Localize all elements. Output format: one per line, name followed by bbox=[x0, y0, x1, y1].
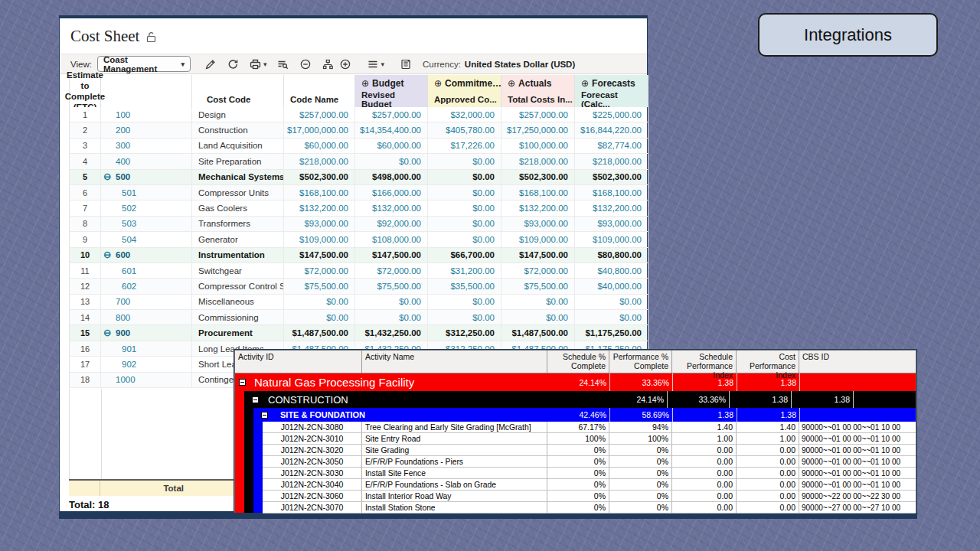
table-row[interactable]: 1 ⊖ 100 Design $257,000.00 $257,000.00 $… bbox=[70, 107, 647, 122]
refresh-icon[interactable] bbox=[227, 58, 239, 70]
schedule-pct: 100% bbox=[547, 433, 609, 445]
row-number: 1 bbox=[70, 107, 101, 122]
chevron-down-icon: ▾ bbox=[181, 60, 185, 68]
header-performance-pct[interactable]: Performance %Complete bbox=[609, 350, 672, 373]
edit-icon[interactable] bbox=[204, 58, 217, 70]
collapse-circle-icon[interactable]: ⊖ bbox=[103, 328, 114, 338]
collapse-box-icon[interactable] bbox=[239, 379, 246, 386]
table-row[interactable]: 9 ⊖ 504 Generator $109,000.00 $108,000.0… bbox=[70, 232, 647, 247]
performance-pct: 0% bbox=[609, 479, 672, 491]
view-select[interactable]: Coast Management ▾ bbox=[97, 56, 191, 72]
header-cpi[interactable]: Cost PerformanceIndex bbox=[737, 350, 799, 373]
etc-cell: $0.00 bbox=[575, 295, 648, 310]
menu-icon[interactable] bbox=[367, 58, 379, 70]
header-revised-budget[interactable]: Revised Budget bbox=[355, 91, 428, 107]
menu-caret[interactable]: ▾ bbox=[381, 60, 384, 68]
table-row[interactable]: 8 ⊖ 503 Transformers $93,000.00 $92,000.… bbox=[70, 217, 647, 232]
sub-wbs-band-row[interactable]: SITE & FOUNDATION 42.46% 58.69% 1.38 1.3… bbox=[253, 408, 916, 422]
table-row[interactable]: 7 ⊖ 502 Gas Coolers $132,200.00 $132,000… bbox=[70, 201, 647, 216]
header-total-costs[interactable]: Total Costs In... bbox=[501, 91, 575, 107]
header-cost-code[interactable]: Cost Code bbox=[192, 91, 284, 107]
cost-code-cell: ⊖ 500 bbox=[101, 170, 192, 185]
code-name-cell: Miscellaneous bbox=[192, 295, 284, 310]
spi-value: 0.00 bbox=[672, 502, 737, 514]
activity-id: J012N-2CN-3030 bbox=[263, 468, 362, 479]
row-number: 12 bbox=[70, 279, 101, 294]
table-row[interactable]: 5 ⊖ 500 Mechanical Systems $502,300.00 $… bbox=[70, 170, 647, 185]
table-row[interactable]: 4 ⊖ 400 Site Preparation $218,000.00 $0.… bbox=[70, 154, 647, 169]
collapse-circle-icon[interactable]: ⊖ bbox=[103, 250, 114, 260]
print-menu-caret[interactable]: ▾ bbox=[263, 60, 267, 68]
header-group-actuals[interactable]: ⊕ Actuals bbox=[501, 75, 575, 91]
spi-value: 0.00 bbox=[672, 491, 737, 502]
activity-row[interactable]: J012N-2CN-3060 Install Interior Road Way… bbox=[263, 491, 916, 502]
spi-value: 0.00 bbox=[672, 456, 737, 468]
header-blank-num2 bbox=[101, 91, 192, 107]
cost-code-cell: ⊖ 601 bbox=[101, 263, 192, 279]
schedule-pct: 0% bbox=[547, 468, 609, 479]
activity-row[interactable]: J012N-2CN-3080 Tree Clearing and Early S… bbox=[263, 422, 916, 433]
expand-circle-icon: ⊕ bbox=[361, 78, 369, 89]
header-forecast-calc[interactable]: Forecast (Calc... bbox=[575, 91, 648, 107]
table-row[interactable]: 11 ⊖ 601 Switchgear $72,000.00 $72,000.0… bbox=[70, 263, 647, 279]
integrations-chip[interactable]: Integrations bbox=[758, 13, 938, 57]
expand-all-icon[interactable] bbox=[339, 58, 351, 70]
print-icon[interactable] bbox=[249, 58, 262, 70]
forecast-cell: $257,000.00 bbox=[501, 107, 575, 122]
performance-pct: 94% bbox=[609, 422, 672, 433]
sub-wbs-band-strip bbox=[253, 422, 263, 513]
activity-row[interactable]: J012N-2CN-3040 E/F/R/P Foundations - Sla… bbox=[263, 479, 916, 491]
wbs-band-row[interactable]: CONSTRUCTION 24.14% 33.36% 1.38 1.38 bbox=[244, 391, 916, 408]
code-name-cell: Land Acquisition bbox=[192, 139, 284, 154]
total-costs-cell: $32,000.00 bbox=[428, 107, 501, 122]
header-code-name[interactable]: Code Name bbox=[284, 91, 355, 107]
table-row[interactable]: 12 ⊖ 602 Compressor Control Sy... $75,50… bbox=[70, 279, 647, 294]
row-number: 8 bbox=[70, 217, 101, 232]
table-row[interactable]: 2 ⊖ 200 Construction $17,000,000.00 $14,… bbox=[70, 122, 647, 138]
total-costs-cell: $0.00 bbox=[428, 185, 501, 201]
collapse-box-icon[interactable] bbox=[252, 396, 259, 403]
collapse-circle-icon[interactable]: ⊖ bbox=[103, 172, 114, 182]
header-activity-name[interactable]: Activity Name bbox=[362, 350, 547, 373]
activity-row[interactable]: J012N-2CN-3010 Site Entry Road 100% 100%… bbox=[263, 433, 916, 445]
table-row[interactable]: 3 ⊖ 300 Land Acquisition $60,000.00 $60,… bbox=[70, 139, 647, 154]
header-group-commitments[interactable]: ⊕ Commitme… bbox=[428, 75, 501, 91]
activity-id: J012N-2CN-3010 bbox=[263, 433, 362, 445]
approved-commitments-cell: $14,354,400.00 bbox=[355, 122, 428, 138]
row-number: 16 bbox=[70, 341, 101, 357]
etc-cell: $218,000.00 bbox=[575, 154, 648, 169]
header-cbs-id[interactable]: CBS ID bbox=[799, 350, 915, 373]
header-approved[interactable]: Approved Co... bbox=[428, 91, 501, 107]
table-row[interactable]: 15 ⊖ 900 Procurement $1,487,500.00 $1,43… bbox=[70, 325, 647, 341]
activity-row[interactable]: J012N-2CN-3030 Install Site Fence 0% 0% … bbox=[263, 468, 916, 479]
collapse-all-icon[interactable] bbox=[299, 58, 312, 70]
table-row[interactable]: 14 ⊖ 800 Commissioning $0.00 $0.00 $0.00… bbox=[70, 310, 647, 325]
cost-code-cell: ⊖ 602 bbox=[101, 279, 192, 294]
approved-commitments-cell: $147,500.00 bbox=[355, 248, 428, 263]
collapse-box-icon[interactable] bbox=[261, 412, 268, 419]
table-row[interactable]: 13 ⊖ 700 Miscellaneous $0.00 $0.00 $0.00… bbox=[70, 295, 647, 310]
table-row[interactable]: 10 ⊖ 600 Instrumentation $147,500.00 $14… bbox=[70, 248, 647, 263]
forecast-cell: $1,487,500.00 bbox=[501, 325, 575, 341]
header-group-budget[interactable]: ⊕ Budget bbox=[355, 75, 428, 91]
header-spi[interactable]: SchedulePerformance Index bbox=[672, 350, 737, 373]
activity-row[interactable]: J012N-2CN-3070 Install Station Stone 0% … bbox=[263, 502, 916, 514]
header-group-forecasts[interactable]: ⊕ Forecasts bbox=[575, 75, 648, 91]
header-activity-id[interactable]: Activity ID bbox=[235, 350, 362, 373]
activity-name: E/F/R/P Foundations - Slab on Grade bbox=[362, 479, 547, 491]
cost-code-cell: ⊖ 800 bbox=[101, 310, 192, 325]
activity-row[interactable]: J012N-2CN-3050 E/F/R/P Foundations - Pie… bbox=[263, 456, 916, 468]
activity-row[interactable]: J012N-2CN-3020 Site Grading 0% 0% 0.00 0… bbox=[263, 445, 916, 456]
table-row[interactable]: 6 ⊖ 501 Compressor Units $168,100.00 $16… bbox=[70, 185, 647, 201]
approved-commitments-cell: $0.00 bbox=[355, 295, 428, 310]
header-schedule-pct[interactable]: Schedule %Complete bbox=[547, 350, 609, 373]
activity-id: J012N-2CN-3060 bbox=[263, 491, 362, 502]
hierarchy-icon[interactable] bbox=[322, 58, 335, 70]
total-costs-cell: $66,700.00 bbox=[428, 248, 501, 263]
search-rows-icon[interactable] bbox=[276, 58, 289, 70]
header-etc[interactable]: Estimate to Complete (ETC) bbox=[70, 75, 101, 107]
cbs-id: 90000~~01 00 00~~01 10 00 bbox=[799, 456, 916, 468]
spi-value: 0.00 bbox=[672, 468, 737, 479]
project-band-row[interactable]: Natural Gas Processing Facility 24.14% 3… bbox=[235, 373, 916, 391]
wbs-band-strip bbox=[244, 408, 253, 513]
